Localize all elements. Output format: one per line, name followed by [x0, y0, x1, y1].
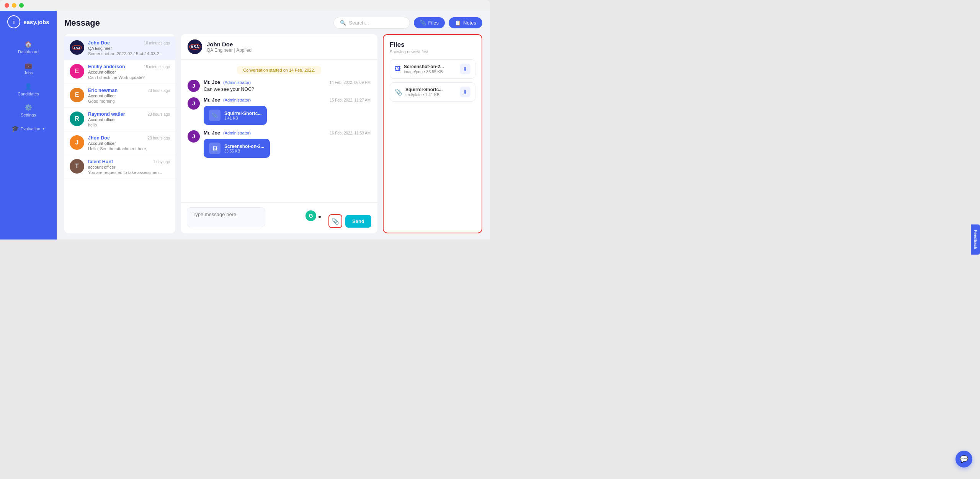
file-info: Screenshot-on-2... 33.55 KB — [224, 144, 265, 153]
date-divider-text: Conversation started on 14 Feb, 2022. — [237, 66, 321, 74]
date-divider: Conversation started on 14 Feb, 2022. — [188, 66, 371, 74]
message-time: 15 Feb, 2022, 11:27 AM — [330, 98, 371, 102]
conversation-top: Jhon Doe 23 hours ago — [88, 135, 170, 141]
message-avatar: J — [188, 97, 200, 110]
files-btn-label: Files — [428, 20, 439, 26]
chat-user-info: John Doe QA Engineer | Applied — [207, 41, 252, 53]
file-card-name: Screenshot-on-2... — [404, 64, 444, 69]
avatar: E — [70, 64, 84, 79]
conversation-item[interactable]: ASA John Doe 10 minutes ago QA Engineer … — [64, 36, 175, 60]
message-row: J Mr. Joe (Administrator) 15 Feb, 2022, … — [188, 97, 371, 125]
file-size: 33.55 KB — [426, 69, 443, 74]
message-meta: Mr. Joe (Administrator) 15 Feb, 2022, 11… — [204, 97, 371, 103]
conversation-body: Jhon Doe 23 hours ago Account officer He… — [88, 135, 170, 151]
home-icon: 🏠 — [24, 41, 32, 48]
conversation-item[interactable]: J Jhon Doe 23 hours ago Account officer … — [64, 131, 175, 155]
chat-messages: Conversation started on 14 Feb, 2022. J … — [181, 60, 377, 202]
avatar: ASA — [70, 40, 84, 55]
conversation-time: 23 hours ago — [148, 136, 170, 140]
sidebar-item-jobs[interactable]: 💼 Jobs — [0, 58, 57, 79]
conversation-body: Raymond watler 23 hours ago Account offi… — [88, 112, 170, 127]
message-sender-badge: (Administrator) — [223, 80, 251, 85]
conversation-time: 1 day ago — [153, 160, 170, 164]
input-dot — [318, 216, 321, 218]
grammarly-icon: G — [305, 210, 316, 221]
conversation-item[interactable]: T talent Hunt 1 day ago account officer … — [64, 155, 175, 179]
conversation-body: Eric newman 23 hours ago Account officer… — [88, 88, 170, 103]
sidebar-item-candidates[interactable]: 👤 Candidates — [0, 79, 57, 100]
search-icon: 🔍 — [340, 20, 346, 26]
attach-button[interactable]: 📎 — [328, 214, 342, 228]
message-input[interactable] — [187, 207, 265, 227]
file-attachment[interactable]: 🖼 Screenshot-on-2... 33.55 KB — [204, 139, 270, 158]
logo-area: i easy.jobs — [3, 15, 53, 28]
file-info: Squirrel-Shortc... 1.41 KB — [224, 111, 261, 120]
conversation-item[interactable]: R Raymond watler 23 hours ago Account of… — [64, 108, 175, 131]
chat-header: ASA John Doe QA Engineer | Applied — [181, 34, 377, 60]
files-panel-subtitle: Showing newest first — [390, 49, 475, 54]
file-card-name: Squirrel-Shortc... — [405, 87, 443, 92]
conversation-item[interactable]: E Eric newman 23 hours ago Account offic… — [64, 84, 175, 108]
conversation-body: Emiliy anderson 15 minutes ago Account o… — [88, 64, 170, 80]
conversation-preview: Good morning — [88, 99, 170, 103]
message-meta: Mr. Joe (Administrator) 16 Feb, 2022, 11… — [204, 130, 371, 136]
evaluation-icon: 🎓 — [11, 125, 19, 132]
window-chrome — [0, 0, 490, 11]
sidebar-item-settings[interactable]: ⚙️ Settings — [0, 100, 57, 121]
conversation-preview: You are requested to take assessmen... — [88, 170, 170, 175]
sidebar-item-label: Jobs — [24, 71, 33, 75]
maximize-dot[interactable] — [19, 3, 24, 8]
file-size: 1.41 KB — [224, 116, 261, 120]
file-card-left: 🖼 Screenshot-on-2... image/png • 33.55 K… — [395, 64, 444, 74]
message-sender: Mr. Joe — [204, 80, 220, 85]
message-meta: Mr. Joe (Administrator) 14 Feb, 2022, 06… — [204, 80, 371, 85]
avatar: R — [70, 112, 84, 126]
sidebar-item-evaluation[interactable]: 🎓 Evaluation ▼ — [0, 121, 57, 136]
conversation-preview: Screenshot-on-2022-02-15-at-14-03-2... — [88, 51, 170, 56]
file-card-details: Screenshot-on-2... image/png • 33.55 KB — [404, 64, 444, 74]
files-panel: Files Showing newest first 🖼 Screenshot-… — [383, 34, 482, 233]
sidebar-item-label: Dashboard — [18, 49, 39, 54]
sidebar-item-label: Candidates — [18, 92, 39, 96]
search-placeholder: Search... — [349, 20, 369, 26]
conversation-list: ASA John Doe 10 minutes ago QA Engineer … — [64, 34, 175, 233]
file-card-icon: 🖼 — [395, 66, 401, 72]
conversation-top: John Doe 10 minutes ago — [88, 40, 170, 46]
avatar: T — [70, 159, 84, 174]
close-dot[interactable] — [5, 3, 9, 8]
file-card-meta: text/plain • 1.41 KB — [405, 92, 443, 97]
page-header: Message 🔍 Search... 📎 Files 📋 Notes — [64, 17, 482, 29]
download-button[interactable]: ⬇ — [460, 87, 470, 97]
download-button[interactable]: ⬇ — [460, 64, 470, 74]
files-panel-title: Files — [390, 41, 475, 49]
minimize-dot[interactable] — [12, 3, 16, 8]
conversation-time: 23 hours ago — [148, 89, 170, 93]
send-button[interactable]: Send — [345, 215, 371, 228]
main-content: Message 🔍 Search... 📎 Files 📋 Notes — [57, 11, 490, 240]
conversation-name: John Doe — [88, 40, 110, 46]
avatar: E — [70, 88, 84, 102]
file-attachment[interactable]: 📎 Squirrel-Shortc... 1.41 KB — [204, 106, 267, 125]
conversation-item[interactable]: E Emiliy anderson 15 minutes ago Account… — [64, 60, 175, 84]
file-card-meta: image/png • 33.55 KB — [404, 69, 444, 74]
sidebar-item-dashboard[interactable]: 🏠 Dashboard — [0, 37, 57, 58]
conversation-top: Emiliy anderson 15 minutes ago — [88, 64, 170, 69]
files-button[interactable]: 📎 Files — [414, 17, 445, 28]
notes-button[interactable]: 📋 Notes — [449, 17, 482, 28]
candidates-icon: 👤 — [24, 83, 32, 90]
conversation-body: John Doe 10 minutes ago QA Engineer Scre… — [88, 40, 170, 56]
conversation-name: Raymond watler — [88, 112, 125, 117]
chat-contact-role: QA Engineer | Applied — [207, 48, 252, 53]
conversation-time: 10 minutes ago — [144, 41, 170, 45]
message-row: J Mr. Joe (Administrator) 16 Feb, 2022, … — [188, 130, 371, 158]
conversation-role: Account officer — [88, 70, 170, 74]
svg-text:ASA: ASA — [191, 45, 199, 49]
notes-icon: 📋 — [455, 20, 461, 26]
file-name: Screenshot-on-2... — [224, 144, 265, 149]
conversation-top: Eric newman 23 hours ago — [88, 88, 170, 93]
jobs-icon: 💼 — [24, 62, 32, 69]
conversation-top: talent Hunt 1 day ago — [88, 159, 170, 164]
conversation-name: Eric newman — [88, 88, 118, 93]
conversation-name: Jhon Doe — [88, 135, 110, 141]
search-bar[interactable]: 🔍 Search... — [333, 17, 410, 29]
